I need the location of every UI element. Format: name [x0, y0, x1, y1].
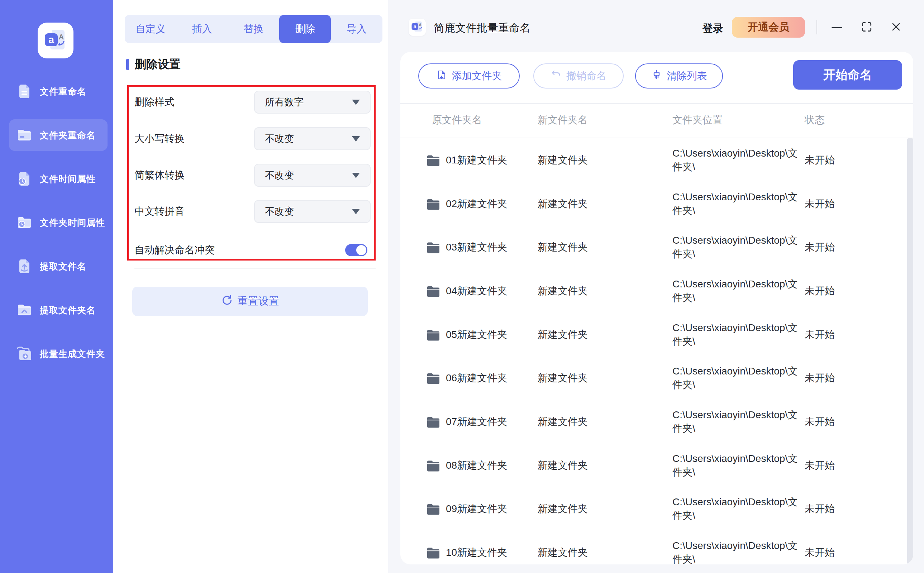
folder-path: C:\Users\xiaoyin\Desktop\文件夹\ [672, 366, 798, 390]
folder-icon [426, 459, 440, 471]
table-row[interactable]: 10新建文件夹 新建文件夹 C:\Users\xiaoyin\Desktop\文… [400, 531, 907, 564]
start-rename-button[interactable]: 开始命名 [793, 60, 902, 89]
status-text: 未开始 [805, 328, 907, 341]
undo-rename-button[interactable]: 撤销命名 [533, 63, 624, 89]
sidebar-item[interactable]: 提取文件夹名 [0, 288, 113, 332]
pinyin-convert-select[interactable]: 不改变 [254, 200, 371, 223]
sidebar-item-label: 文件夹时间属性 [40, 217, 105, 229]
auto-conflict-toggle[interactable] [345, 244, 367, 256]
case-convert-select[interactable]: 不改变 [254, 127, 371, 150]
add-folder-button[interactable]: 添加文件夹 [418, 63, 520, 89]
reset-settings-button[interactable]: 重置设置 [132, 286, 368, 316]
original-folder-name: 08新建文件夹 [446, 459, 507, 472]
table-row[interactable]: 09新建文件夹 新建文件夹 C:\Users\xiaoyin\Desktop\文… [400, 487, 907, 531]
toggle-knob [356, 245, 366, 255]
titlebar-app-chip: aA [409, 19, 426, 36]
sidebar-item[interactable]: 文件重命名 [0, 69, 113, 113]
form-row-case-convert: 大小写转换 不改变 [135, 127, 376, 150]
window-title: 简鹿文件批量重命名 [434, 21, 531, 36]
select-value: 不改变 [265, 205, 352, 218]
folder-path: C:\Users\xiaoyin\Desktop\文件夹\ [672, 540, 798, 564]
chevron-down-icon [352, 209, 360, 214]
new-folder-name: 新建文件夹 [538, 415, 672, 429]
sidebar-item[interactable]: 文件夹时间属性 [0, 201, 113, 244]
divider [135, 268, 376, 269]
new-folder-name: 新建文件夹 [538, 502, 672, 516]
minimize-button[interactable] [829, 20, 845, 36]
table-row[interactable]: 04新建文件夹 新建文件夹 C:\Users\xiaoyin\Desktop\文… [400, 269, 907, 313]
sidebar-item-label: 提取文件名 [40, 260, 86, 272]
status-text: 未开始 [805, 284, 907, 298]
original-folder-name: 04新建文件夹 [446, 284, 507, 298]
form-row-delete-style: 删除样式 所有数字 [135, 91, 376, 114]
field-label: 大小写转换 [135, 132, 185, 146]
new-folder-name: 新建文件夹 [538, 240, 672, 254]
login-button[interactable]: 登录 [703, 22, 723, 36]
folder-path: C:\Users\xiaoyin\Desktop\文件夹\ [672, 322, 798, 347]
sidebar-item-icon [16, 258, 33, 274]
column-header-status: 状态 [805, 113, 913, 127]
new-folder-name: 新建文件夹 [538, 371, 672, 385]
sidebar-item-label: 提取文件夹名 [40, 304, 96, 316]
delete-style-select[interactable]: 所有数字 [254, 91, 371, 114]
folder-icon [426, 198, 440, 210]
field-label: 删除样式 [135, 96, 175, 109]
folder-icon [426, 329, 440, 341]
table-scrollbar[interactable] [907, 138, 913, 564]
folder-table-body: 01新建文件夹 新建文件夹 C:\Users\xiaoyin\Desktop\文… [400, 138, 907, 564]
column-header-path: 文件夹位置 [672, 113, 805, 127]
maximize-icon [861, 21, 872, 34]
column-header-original: 原文件夹名 [432, 113, 538, 127]
table-row[interactable]: 08新建文件夹 新建文件夹 C:\Users\xiaoyin\Desktop\文… [400, 444, 907, 487]
traditional-convert-select[interactable]: 不改变 [254, 164, 371, 187]
sidebar-item-icon [16, 214, 33, 231]
table-row[interactable]: 06新建文件夹 新建文件夹 C:\Users\xiaoyin\Desktop\文… [400, 356, 907, 400]
clear-list-label: 清除列表 [667, 69, 707, 83]
maximize-button[interactable] [859, 20, 874, 36]
folder-icon [426, 503, 440, 515]
sidebar-item[interactable]: 批量生成文件夹 [0, 332, 113, 376]
column-header-new: 新文件夹名 [538, 113, 672, 127]
table-row[interactable]: 07新建文件夹 新建文件夹 C:\Users\xiaoyin\Desktop\文… [400, 400, 907, 444]
folder-icon [426, 546, 440, 559]
table-row[interactable]: 02新建文件夹 新建文件夹 C:\Users\xiaoyin\Desktop\文… [400, 182, 907, 226]
sidebar-item[interactable]: 文件时间属性 [0, 157, 113, 201]
rename-logo-icon: aA [44, 28, 67, 53]
sidebar-item[interactable]: 提取文件名 [0, 244, 113, 288]
table-row[interactable]: 05新建文件夹 新建文件夹 C:\Users\xiaoyin\Desktop\文… [400, 313, 907, 357]
undo-icon [551, 69, 561, 83]
close-button[interactable] [888, 20, 904, 36]
original-folder-name: 10新建文件夹 [446, 546, 507, 559]
form-row-auto-conflict: 自动解决命名冲突 [135, 239, 376, 261]
table-row[interactable]: 01新建文件夹 新建文件夹 C:\Users\xiaoyin\Desktop\文… [400, 138, 907, 182]
table-row[interactable]: 03新建文件夹 新建文件夹 C:\Users\xiaoyin\Desktop\文… [400, 225, 907, 269]
mode-tab[interactable]: 自定义 [125, 15, 176, 43]
vip-button[interactable]: 开通会员 [732, 17, 805, 38]
new-folder-name: 新建文件夹 [538, 328, 672, 341]
chevron-down-icon [352, 136, 360, 142]
mode-tab[interactable]: 替换 [228, 15, 280, 43]
mode-tab[interactable]: 导入 [331, 15, 382, 43]
status-text: 未开始 [805, 546, 907, 559]
svg-text:A: A [59, 33, 64, 41]
status-text: 未开始 [805, 240, 907, 254]
mode-tab[interactable]: 删除 [279, 15, 331, 43]
mode-tabs: 自定义 插入 替换 删除 导入 [125, 15, 382, 43]
sidebar-item-label: 文件夹重命名 [40, 129, 96, 141]
undo-label: 撤销命名 [566, 69, 606, 83]
new-folder-name: 新建文件夹 [538, 284, 672, 298]
sidebar-item-icon [16, 83, 33, 100]
file-list-card: 添加文件夹 撤销命名 清除列表 开始命名 原文件夹名 新文件夹名 文件夹位置 状… [400, 52, 913, 564]
table-header: 原文件夹名 新文件夹名 文件夹位置 状态 [400, 109, 913, 131]
status-text: 未开始 [805, 153, 907, 167]
section-title: 删除设置 [135, 56, 181, 72]
clear-list-button[interactable]: 清除列表 [635, 63, 723, 89]
folder-icon [426, 285, 440, 297]
status-text: 未开始 [805, 459, 907, 472]
settings-panel: 自定义 插入 替换 删除 导入 删除设置 删除样式 所有数字 大小写转换 [113, 0, 388, 573]
status-text: 未开始 [805, 502, 907, 516]
original-folder-name: 06新建文件夹 [446, 371, 507, 385]
mode-tab[interactable]: 插入 [176, 15, 228, 43]
sidebar-item[interactable]: 文件夹重命名 [0, 113, 113, 157]
field-label: 简繁体转换 [135, 168, 185, 182]
